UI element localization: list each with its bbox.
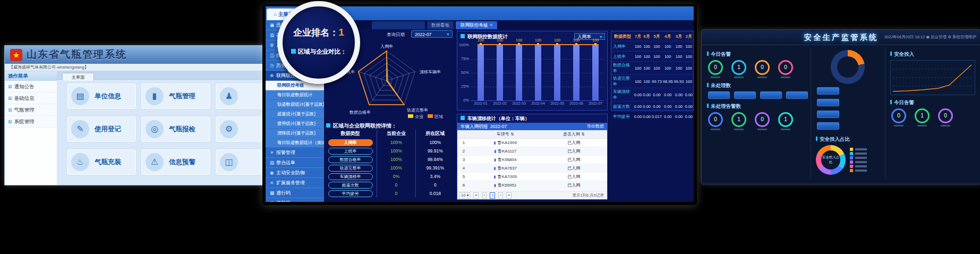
ring-label-bar bbox=[781, 129, 790, 130]
action-button[interactable] bbox=[817, 111, 839, 118]
monthly-value-cell: 100 bbox=[684, 52, 693, 62]
detail-table: 数据类型 当前企业 所在区域 入网率100%100%上线率100%99.91%数… bbox=[324, 130, 455, 197]
sidebar-item[interactable]: ⊞通知公告 bbox=[5, 81, 57, 92]
action-button[interactable] bbox=[817, 122, 839, 130]
home-card-cylinder[interactable]: ▮气瓶管理 bbox=[141, 83, 211, 109]
current-page[interactable]: 1 bbox=[490, 192, 495, 199]
table-row[interactable]: 6▮鲁K56951已入网 bbox=[457, 181, 607, 190]
sidebar-item[interactable]: ⊞系统管理 bbox=[5, 116, 57, 128]
admin-link[interactable]: 后台管理 bbox=[931, 35, 947, 39]
ring-label-bar bbox=[734, 77, 744, 78]
plate-cell: ▮鲁KA7005 bbox=[470, 173, 540, 181]
radar-legend: 企业区域 bbox=[404, 114, 443, 120]
maintain-link[interactable]: 系统管理维护 bbox=[952, 35, 976, 39]
tab-inactive[interactable]: 数据看板 bbox=[427, 21, 454, 29]
legend-swatch bbox=[850, 148, 853, 151]
next-page-button[interactable]: › bbox=[498, 192, 503, 199]
monthly-table-body: 入网率100100100100100100上线率1001001001001001… bbox=[611, 41, 693, 122]
sidebar-item[interactable]: ▤整合运单 bbox=[266, 158, 324, 168]
home-card-filling[interactable]: ♨气瓶充装 bbox=[66, 149, 137, 175]
sidebar-item[interactable]: ⊞气瓶管理 bbox=[5, 104, 57, 116]
data-point bbox=[537, 43, 539, 45]
action-button[interactable] bbox=[817, 87, 839, 95]
sidebar-subitem[interactable]: 漂移统计(基于运政) bbox=[266, 129, 324, 138]
ring-label-bar bbox=[941, 125, 950, 126]
sidebar-item[interactable]: ◉主动安全防御 bbox=[266, 168, 324, 178]
home-card-building[interactable]: ▤单位信息 bbox=[66, 83, 137, 109]
company-value: 0 bbox=[377, 188, 415, 197]
last-page-button[interactable]: » bbox=[506, 192, 512, 199]
action-button[interactable] bbox=[760, 91, 782, 99]
menu-icon: ▣ bbox=[270, 20, 276, 30]
table-row[interactable]: 1▮鲁KA1909已入网 bbox=[457, 139, 607, 147]
action-button[interactable] bbox=[734, 91, 756, 99]
page-size-dropdown[interactable]: 10 ▾ bbox=[459, 192, 470, 199]
table-row[interactable]: 3▮鲁K96804已入网 bbox=[457, 156, 607, 164]
monthly-value-cell: 0.017 bbox=[651, 112, 662, 122]
sidebar-item[interactable]: ☀报警管理 bbox=[266, 148, 324, 158]
plate-cell: ▮鲁KA1909 bbox=[470, 139, 540, 147]
query-date-dropdown[interactable]: 2022-07 ▼ bbox=[411, 30, 453, 38]
action-button[interactable] bbox=[708, 91, 730, 99]
card-label: 气瓶充装 bbox=[95, 158, 121, 167]
alarm-donut-chart bbox=[831, 50, 865, 84]
sidebar-item[interactable]: ◰资料库 bbox=[266, 198, 324, 202]
expand-icon[interactable]: ⊞ bbox=[8, 84, 12, 89]
home-card-alert[interactable]: ⚠信息预警 bbox=[141, 149, 211, 175]
close-icon[interactable]: × bbox=[490, 22, 492, 28]
unhandled-title: 未处理数 bbox=[707, 82, 808, 89]
action-button[interactable] bbox=[786, 91, 808, 99]
ring-label-bar bbox=[917, 125, 927, 126]
metric-pill[interactable]: 平均疲劳 bbox=[328, 190, 373, 197]
legend-item bbox=[850, 156, 867, 159]
sidebar-subitem[interactable]: 超速统计(基于运政) bbox=[266, 109, 324, 119]
monthly-month-header: 3月 bbox=[674, 31, 685, 41]
status-cell: 已入网 bbox=[540, 181, 607, 190]
sidebar-item[interactable]: ✕扩展服务管理 bbox=[266, 178, 324, 188]
table-row[interactable]: 4▮鲁KA7637已入网 bbox=[457, 164, 607, 173]
ring-stat: 0 bbox=[708, 112, 723, 130]
expand-icon[interactable]: ⊞ bbox=[8, 107, 12, 113]
tab-partial-hidden[interactable] bbox=[372, 21, 425, 29]
monthly-type-cell: 入网率 bbox=[611, 41, 634, 52]
plate-column-header[interactable]: 车牌号 ⇅ bbox=[470, 130, 540, 139]
index-column-header[interactable] bbox=[457, 130, 470, 139]
pagination-bar: 10 ▾ « ‹ 1 › » 显示1到6,共6记录 bbox=[457, 191, 607, 199]
export-data-button[interactable]: 导出数据 bbox=[587, 123, 604, 130]
home-card-inspect[interactable]: ◎气瓶报检 bbox=[141, 116, 211, 142]
status-column-header[interactable]: 是否入网 ⇅ bbox=[540, 130, 607, 139]
legend-label-bar bbox=[855, 170, 867, 172]
sidebar-subitem[interactable]: 轨迹数据统计(基于运政) bbox=[266, 100, 324, 109]
legend-swatch bbox=[850, 156, 853, 159]
ring-label-bar bbox=[711, 77, 720, 78]
sidebar-subitem[interactable]: 每日轨迹数据统计 bbox=[266, 90, 324, 100]
row-index: 1 bbox=[457, 139, 470, 147]
prev-page-button[interactable]: ‹ bbox=[482, 192, 487, 199]
netstat-panel: 联网联控数据统计 入网率 ▼ 100%75%50%25%0%1002022-01… bbox=[457, 31, 608, 111]
monthly-value-cell: 98.95 bbox=[662, 75, 674, 88]
first-page-button[interactable]: « bbox=[473, 192, 479, 199]
action-button[interactable] bbox=[817, 99, 839, 106]
sidebar-item[interactable]: ⊞基础信息 bbox=[5, 92, 57, 104]
table-row[interactable]: 2▮鲁KA1117已入网 bbox=[457, 147, 607, 156]
monthly-value-cell: 0.00 bbox=[642, 101, 651, 112]
expand-icon[interactable]: ⊞ bbox=[8, 96, 12, 101]
legend-swatch bbox=[850, 160, 853, 164]
detail-row: 车辆漂移率0%3.4% bbox=[324, 171, 455, 180]
sidebar-subitem[interactable]: 每日轨迹数据统计（测试） bbox=[266, 138, 324, 148]
ring-value: 1 bbox=[778, 112, 793, 127]
y-axis-label: 75% bbox=[457, 56, 469, 61]
monthly-value-cell: 0.00 bbox=[642, 88, 651, 101]
tab-active[interactable]: 联网联控考核× bbox=[456, 21, 497, 29]
status-cell: 已入网 bbox=[540, 156, 607, 164]
radar-axis-label: 轨迹完整率 bbox=[407, 108, 428, 113]
expand-icon[interactable]: ⊞ bbox=[8, 119, 12, 124]
plate-number: 鲁KA7005 bbox=[497, 174, 516, 179]
sidebar-item-label: 系统管理 bbox=[14, 118, 35, 124]
home-card-register[interactable]: ✎使用登记 bbox=[66, 116, 137, 142]
table-row[interactable]: 5▮鲁KA7005已入网 bbox=[457, 173, 607, 181]
sidebar-subitem[interactable]: 疲劳统计(基于运政) bbox=[266, 119, 324, 129]
plate-cell: ▮鲁KA7637 bbox=[470, 164, 540, 173]
inspect-icon: ◎ bbox=[146, 120, 164, 138]
sidebar-item[interactable]: ▦通行码 bbox=[266, 188, 324, 198]
